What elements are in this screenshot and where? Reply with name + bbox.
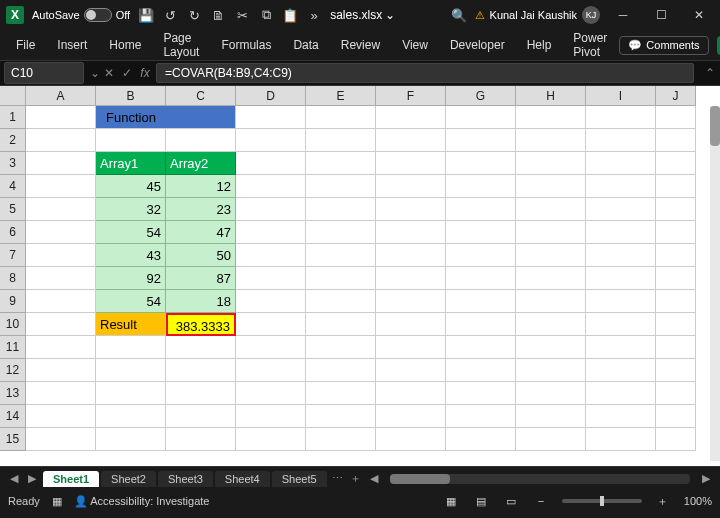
cell-F5[interactable]	[376, 198, 446, 221]
formula-input[interactable]	[156, 63, 694, 83]
cell-E8[interactable]	[306, 267, 376, 290]
cell-G8[interactable]	[446, 267, 516, 290]
undo-icon[interactable]: ↺	[162, 7, 178, 23]
cell-A11[interactable]	[26, 336, 96, 359]
cell-J1[interactable]	[656, 106, 696, 129]
cell-D4[interactable]	[236, 175, 306, 198]
tab-view[interactable]: View	[392, 34, 438, 56]
cell-J2[interactable]	[656, 129, 696, 152]
cell-H2[interactable]	[516, 129, 586, 152]
status-accessibility[interactable]: 👤 Accessibility: Investigate	[74, 495, 210, 508]
cell-D12[interactable]	[236, 359, 306, 382]
select-all-corner[interactable]	[0, 86, 26, 106]
sheet-tab-sheet3[interactable]: Sheet3	[158, 471, 213, 487]
cell-I8[interactable]	[586, 267, 656, 290]
cell-C8[interactable]: 87	[166, 267, 236, 290]
col-head-a[interactable]: A	[26, 86, 96, 106]
cell-B12[interactable]	[96, 359, 166, 382]
col-head-j[interactable]: J	[656, 86, 696, 106]
sheet-tab-sheet4[interactable]: Sheet4	[215, 471, 270, 487]
cell-F1[interactable]	[376, 106, 446, 129]
cell-I4[interactable]	[586, 175, 656, 198]
maximize-button[interactable]: ☐	[646, 3, 676, 27]
cell-G5[interactable]	[446, 198, 516, 221]
vertical-scrollbar[interactable]	[710, 106, 720, 461]
sheet-nav-next[interactable]: ▶	[24, 472, 40, 485]
name-box[interactable]	[4, 62, 84, 84]
tab-insert[interactable]: Insert	[47, 34, 97, 56]
cell-B2[interactable]	[96, 129, 166, 152]
result-cell[interactable]: 383.3333	[166, 313, 236, 336]
cell-H7[interactable]	[516, 244, 586, 267]
cell-B3[interactable]: Array1	[96, 152, 166, 175]
cell-B1[interactable]: Function Usage	[96, 106, 166, 129]
cell-A2[interactable]	[26, 129, 96, 152]
cell-A13[interactable]	[26, 382, 96, 405]
cell-J10[interactable]	[656, 313, 696, 336]
col-head-b[interactable]: B	[96, 86, 166, 106]
row-head-1[interactable]: 1	[0, 106, 26, 129]
cell-H12[interactable]	[516, 359, 586, 382]
qat-overflow-icon[interactable]: »	[306, 7, 322, 23]
cell-H1[interactable]	[516, 106, 586, 129]
cell-F10[interactable]	[376, 313, 446, 336]
status-macro-icon[interactable]: ▦	[52, 495, 62, 508]
fx-icon[interactable]: fx	[136, 66, 154, 80]
cell-H11[interactable]	[516, 336, 586, 359]
row-head-3[interactable]: 3	[0, 152, 26, 175]
view-normal-icon[interactable]: ▦	[442, 495, 460, 508]
expand-formula-icon[interactable]: ⌃	[700, 66, 720, 80]
cut-icon[interactable]: ✂	[234, 7, 250, 23]
row-head-11[interactable]: 11	[0, 336, 26, 359]
tab-developer[interactable]: Developer	[440, 34, 515, 56]
cell-E2[interactable]	[306, 129, 376, 152]
tab-file[interactable]: File	[6, 34, 45, 56]
cell-A9[interactable]	[26, 290, 96, 313]
cell-A1[interactable]	[26, 106, 96, 129]
cell-G3[interactable]	[446, 152, 516, 175]
save-icon[interactable]: 💾	[138, 7, 154, 23]
cell-H13[interactable]	[516, 382, 586, 405]
col-head-h[interactable]: H	[516, 86, 586, 106]
cell-D14[interactable]	[236, 405, 306, 428]
cell-I12[interactable]	[586, 359, 656, 382]
cell-D7[interactable]	[236, 244, 306, 267]
cell-E7[interactable]	[306, 244, 376, 267]
cell-I2[interactable]	[586, 129, 656, 152]
cell-E11[interactable]	[306, 336, 376, 359]
cell-D5[interactable]	[236, 198, 306, 221]
cell-A15[interactable]	[26, 428, 96, 451]
cell-B9[interactable]: 54	[96, 290, 166, 313]
cell-A10[interactable]	[26, 313, 96, 336]
view-page-break-icon[interactable]: ▭	[502, 495, 520, 508]
cell-C14[interactable]	[166, 405, 236, 428]
cell-D3[interactable]	[236, 152, 306, 175]
cell-D9[interactable]	[236, 290, 306, 313]
cell-E6[interactable]	[306, 221, 376, 244]
cell-A6[interactable]	[26, 221, 96, 244]
cell-B10[interactable]: Result	[96, 313, 166, 336]
cell-B4[interactable]: 45	[96, 175, 166, 198]
cell-F12[interactable]	[376, 359, 446, 382]
cell-C5[interactable]: 23	[166, 198, 236, 221]
row-head-9[interactable]: 9	[0, 290, 26, 313]
copy-icon[interactable]: ⧉	[258, 7, 274, 23]
cell-D10[interactable]	[236, 313, 306, 336]
cell-B8[interactable]: 92	[96, 267, 166, 290]
vertical-scroll-thumb[interactable]	[710, 106, 720, 146]
cell-E15[interactable]	[306, 428, 376, 451]
cell-G14[interactable]	[446, 405, 516, 428]
cell-A12[interactable]	[26, 359, 96, 382]
row-head-14[interactable]: 14	[0, 405, 26, 428]
row-head-15[interactable]: 15	[0, 428, 26, 451]
cell-H4[interactable]	[516, 175, 586, 198]
cell-J12[interactable]	[656, 359, 696, 382]
cell-J13[interactable]	[656, 382, 696, 405]
tab-data[interactable]: Data	[283, 34, 328, 56]
row-head-6[interactable]: 6	[0, 221, 26, 244]
cell-D2[interactable]	[236, 129, 306, 152]
cell-B15[interactable]	[96, 428, 166, 451]
cell-J4[interactable]	[656, 175, 696, 198]
cell-E5[interactable]	[306, 198, 376, 221]
zoom-slider-thumb[interactable]	[600, 496, 604, 506]
